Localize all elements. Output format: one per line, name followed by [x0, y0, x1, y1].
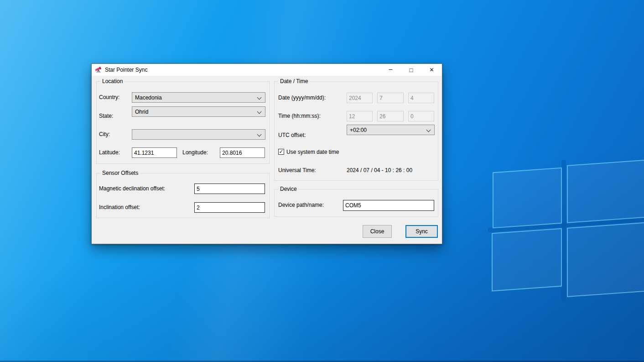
longitude-label: Longitude: — [182, 149, 208, 156]
country-select[interactable]: Macedonia — [132, 92, 265, 103]
windows-logo-pane — [493, 168, 562, 229]
city-select[interactable] — [132, 129, 265, 140]
state-select[interactable]: Ohrid — [132, 106, 265, 117]
inclination-label: Inclination offset: — [99, 204, 140, 210]
country-label: Country: — [99, 94, 119, 100]
windows-logo-divider-vertical — [561, 160, 566, 302]
device-path-input[interactable] — [343, 200, 434, 211]
window-title: Star Pointer Sync — [105, 67, 147, 73]
universal-time-value: 2024 / 07 / 04 - 10 : 26 : 00 — [347, 167, 412, 173]
minimize-button[interactable]: – — [380, 63, 401, 77]
state-label: State: — [99, 113, 113, 119]
star-pointer-sync-window: Star Pointer Sync – □ ✕ Location Country… — [91, 63, 442, 244]
chevron-down-icon — [426, 128, 431, 132]
windows-logo-pane — [492, 228, 562, 292]
titlebar[interactable]: Star Pointer Sync – □ ✕ — [92, 64, 442, 76]
device-group-label: Device — [278, 186, 299, 192]
date-day-input — [408, 93, 434, 103]
close-window-button[interactable]: ✕ — [421, 64, 442, 76]
use-system-datetime-label: Use system date time — [286, 149, 339, 155]
utc-offset-select[interactable]: +02:00 — [347, 125, 435, 135]
utc-offset-value: +02:00 — [350, 127, 367, 133]
close-button-label: Close — [370, 228, 384, 235]
close-button[interactable]: Close — [363, 225, 392, 238]
location-group-label: Location — [100, 78, 125, 84]
longitude-input[interactable] — [220, 147, 265, 158]
chevron-down-icon — [257, 132, 262, 137]
latitude-label: Latitude: — [99, 149, 120, 156]
device-group: Device Device path/name: — [274, 189, 438, 217]
use-system-datetime-checkbox[interactable]: ✓ — [278, 149, 284, 155]
time-second-input — [408, 111, 434, 121]
sensor-offsets-group-label: Sensor Offsets — [100, 170, 140, 176]
date-year-input — [347, 93, 373, 103]
time-label: Time (hh:mm:ss): — [278, 113, 321, 119]
state-value: Ohrid — [135, 109, 148, 115]
windows-logo — [488, 148, 644, 320]
date-label: Date (yyyy/mm/dd): — [278, 94, 326, 101]
sync-button-label: Sync — [415, 228, 428, 235]
universal-time-label: Universal Time: — [278, 167, 316, 173]
telescope-icon — [95, 66, 102, 73]
country-value: Macedonia — [135, 94, 162, 101]
time-hour-input — [347, 111, 373, 121]
chevron-down-icon — [257, 110, 262, 114]
inclination-input[interactable] — [194, 202, 265, 213]
city-label: City: — [99, 131, 110, 137]
date-time-group: Date / Time Date (yyyy/mm/dd): Time (hh:… — [274, 81, 438, 181]
magnetic-declination-input[interactable] — [194, 184, 265, 194]
utc-offset-label: UTC offset: — [278, 132, 306, 138]
windows-logo-pane — [567, 222, 644, 297]
date-month-input — [377, 93, 404, 103]
latitude-input[interactable] — [132, 147, 177, 158]
magnetic-declination-label: Magnetic declination offset: — [99, 185, 165, 192]
sync-button[interactable]: Sync — [405, 225, 438, 238]
desktop-wallpaper: Star Pointer Sync – □ ✕ Location Country… — [0, 0, 644, 362]
device-path-label: Device path/name: — [278, 202, 324, 208]
sensor-offsets-group: Sensor Offsets Magnetic declination offs… — [96, 173, 270, 218]
chevron-down-icon — [257, 95, 262, 100]
windows-logo-pane — [567, 159, 644, 223]
location-group: Location Country: Macedonia State: Ohrid… — [96, 81, 270, 164]
date-time-group-label: Date / Time — [278, 78, 310, 84]
maximize-button[interactable]: □ — [401, 64, 421, 76]
time-minute-input — [377, 111, 404, 121]
